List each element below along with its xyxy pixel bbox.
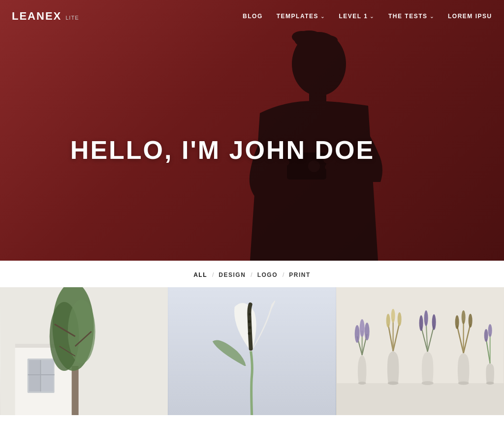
svg-point-29 — [249, 326, 252, 329]
portfolio-card-1[interactable]: Work Three logo — [0, 287, 168, 421]
chevron-down-icon: ⌄ — [370, 14, 375, 19]
svg-point-59 — [455, 315, 459, 329]
svg-point-62 — [486, 382, 494, 385]
nav-item-thetests[interactable]: THE TESTS ⌄ — [388, 13, 434, 20]
svg-point-2 — [292, 31, 312, 43]
logo-badge: Lite — [65, 15, 79, 21]
svg-point-31 — [249, 313, 251, 316]
svg-point-41 — [387, 382, 398, 385]
svg-rect-20 — [72, 366, 79, 415]
nav-item-level1[interactable]: LEVEL 1 ⌄ — [339, 13, 375, 20]
svg-point-46 — [391, 309, 395, 323]
portfolio-grid: Work Three logo — [0, 287, 504, 421]
svg-point-60 — [461, 310, 465, 324]
card-info-1: Work Three logo — [0, 415, 168, 421]
svg-point-3 — [320, 35, 338, 45]
nav-item-loremipsum[interactable]: LOREM IPSUM — [448, 13, 492, 20]
svg-point-66 — [488, 324, 492, 337]
svg-rect-17 — [42, 360, 54, 391]
filter-all[interactable]: ALL — [193, 271, 207, 278]
svg-point-65 — [484, 329, 488, 342]
svg-point-30 — [248, 332, 251, 335]
card-image-3 — [336, 287, 504, 415]
card-image-1 — [0, 287, 168, 415]
card-info-2 — [168, 415, 336, 421]
filter-bar: ALL / DESIGN / LOGO / PRINT — [0, 261, 504, 287]
svg-point-40 — [364, 323, 369, 340]
svg-point-45 — [386, 314, 390, 328]
hero-title: HELLO, I'M JOHN DOE — [70, 135, 375, 165]
site-header: LEANEX Lite BLOG TEMPLATES ⌄ LEVEL 1 ⌄ T… — [0, 0, 504, 32]
svg-point-48 — [421, 381, 433, 385]
hero-section: HELLO, I'M JOHN DOE — [0, 0, 504, 261]
filter-logo[interactable]: LOGO — [257, 271, 278, 278]
svg-point-34 — [358, 382, 366, 385]
svg-point-52 — [419, 315, 423, 331]
portfolio-card-3[interactable]: Logotype Work One logo — [336, 287, 504, 421]
svg-point-39 — [359, 319, 364, 337]
nav-item-blog[interactable]: BLOG — [243, 13, 263, 20]
card-image-2 — [168, 287, 336, 415]
svg-point-47 — [397, 312, 401, 326]
filter-sep-1: / — [212, 271, 214, 278]
chevron-down-icon: ⌄ — [430, 14, 435, 19]
chevron-down-icon: ⌄ — [320, 14, 325, 19]
filter-sep-3: / — [283, 271, 284, 278]
portfolio-card-2[interactable] — [168, 287, 336, 421]
svg-point-61 — [468, 314, 472, 328]
filter-sep-2: / — [251, 271, 252, 278]
svg-point-54 — [432, 314, 436, 330]
logo-area[interactable]: LEANEX Lite — [12, 10, 79, 23]
nav-item-templates[interactable]: TEMPLATES ⌄ — [277, 13, 325, 20]
svg-rect-33 — [336, 383, 504, 415]
filter-design[interactable]: DESIGN — [219, 271, 246, 278]
card-info-3: Logotype Work One logo — [336, 415, 504, 421]
svg-point-55 — [458, 382, 469, 385]
svg-point-38 — [354, 325, 359, 343]
main-nav: BLOG TEMPLATES ⌄ LEVEL 1 ⌄ THE TESTS ⌄ L… — [243, 13, 492, 20]
logo-text: LEANEX — [12, 10, 62, 23]
filter-print[interactable]: PRINT — [289, 271, 311, 278]
svg-rect-16 — [29, 360, 41, 391]
svg-point-28 — [248, 320, 251, 323]
svg-point-53 — [424, 310, 428, 326]
